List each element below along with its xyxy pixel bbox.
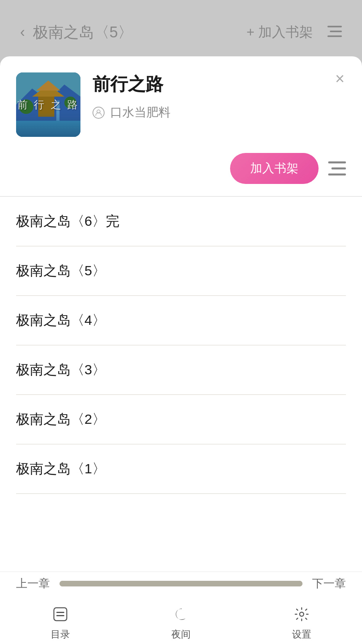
svg-rect-18 xyxy=(56,615,64,616)
book-info-section: 前 行 之 路 前行之路 口水当肥料 × xyxy=(0,56,362,149)
add-to-shelf-button[interactable]: 加入书架 xyxy=(230,153,319,184)
svg-rect-0 xyxy=(327,26,342,27)
header-actions: + 加入书架 xyxy=(247,23,342,41)
author-icon xyxy=(93,107,105,119)
night-label: 夜间 xyxy=(171,628,191,641)
svg-rect-1 xyxy=(330,31,342,32)
main-sheet: 前 行 之 路 前行之路 口水当肥料 × 加入书架 xyxy=(0,56,362,644)
prev-chapter-button[interactable]: 上一章 xyxy=(16,576,50,591)
svg-rect-5 xyxy=(16,121,80,137)
settings-icon xyxy=(291,604,312,625)
chapter-item[interactable]: 极南之岛〈4〉 xyxy=(16,296,346,345)
settings-label: 设置 xyxy=(292,628,311,641)
bg-add-shelf-btn[interactable]: + 加入书架 xyxy=(247,23,313,41)
chapter-item[interactable]: 极南之岛〈5〉 xyxy=(16,246,346,296)
book-title: 前行之路 xyxy=(93,72,346,96)
progress-track[interactable] xyxy=(60,581,302,586)
next-chapter-button[interactable]: 下一章 xyxy=(312,576,346,591)
svg-rect-2 xyxy=(327,35,342,37)
svg-rect-16 xyxy=(54,608,67,621)
chapter-item[interactable]: 极南之岛〈1〉 xyxy=(16,444,346,494)
catalog-icon xyxy=(50,604,71,625)
book-author: 口水当肥料 xyxy=(93,104,346,121)
progress-fill xyxy=(60,581,302,586)
author-name: 口水当肥料 xyxy=(110,104,171,121)
svg-rect-17 xyxy=(56,612,64,613)
progress-area: 上一章 下一章 xyxy=(0,568,362,600)
close-button[interactable]: × xyxy=(330,68,350,89)
svg-rect-14 xyxy=(331,167,346,169)
background-header: ‹ 极南之岛〈5〉 + 加入书架 xyxy=(0,0,362,64)
back-icon[interactable]: ‹ xyxy=(20,24,25,41)
book-details: 前行之路 口水当肥料 xyxy=(93,72,346,121)
chapter-item[interactable]: 极南之岛〈3〉 xyxy=(16,345,346,395)
chapter-list: 极南之岛〈6〉完 极南之岛〈5〉 极南之岛〈4〉 极南之岛〈3〉 极南之岛〈2〉… xyxy=(0,197,362,572)
bg-chapter-title: 极南之岛〈5〉 xyxy=(33,22,247,43)
svg-point-19 xyxy=(300,612,304,616)
cover-text: 前 行 之 路 xyxy=(17,95,79,114)
catalog-label: 目录 xyxy=(51,628,70,641)
action-bar: 加入书架 xyxy=(0,149,362,196)
tab-catalog[interactable]: 目录 xyxy=(50,604,71,641)
chapter-item[interactable]: 极南之岛〈6〉完 xyxy=(16,197,346,246)
svg-rect-13 xyxy=(328,161,346,163)
book-cover: 前 行 之 路 xyxy=(16,72,80,137)
chapter-item[interactable]: 极南之岛〈2〉 xyxy=(16,395,346,444)
moon-icon xyxy=(171,604,191,625)
tab-settings[interactable]: 设置 xyxy=(291,604,312,641)
tab-bar: 目录 夜间 xyxy=(0,600,362,644)
svg-rect-15 xyxy=(328,173,346,175)
bottom-bar: 上一章 下一章 目录 xyxy=(0,572,362,644)
bg-menu-icon[interactable] xyxy=(327,25,342,40)
chapter-list-icon[interactable] xyxy=(328,161,346,176)
tab-night[interactable]: 夜间 xyxy=(171,604,191,641)
